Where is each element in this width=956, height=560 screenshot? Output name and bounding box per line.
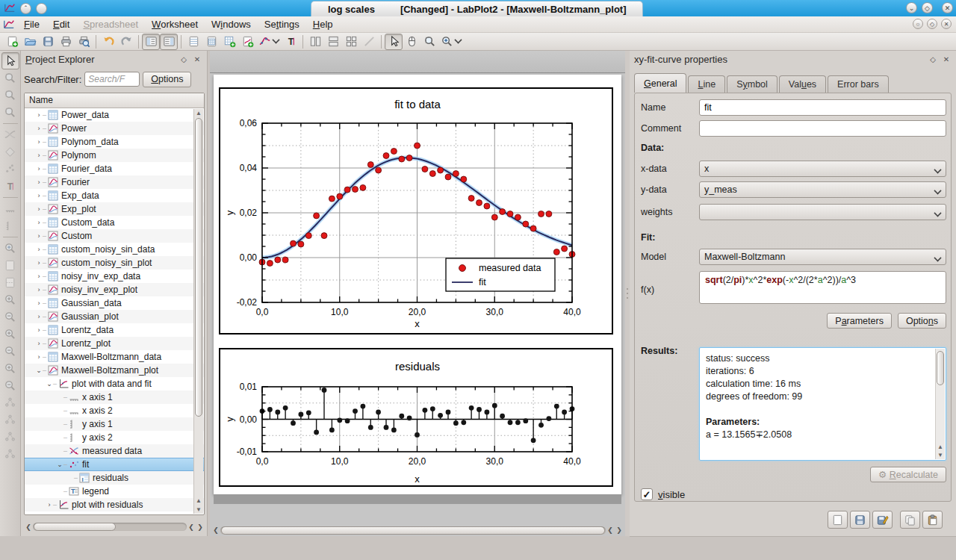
results-text[interactable]: status: successiterations: 6calculation … [699,347,946,461]
expand-icon[interactable]: › [35,259,43,267]
curve-button[interactable] [256,34,282,50]
x-data-select[interactable]: x [699,161,946,177]
tree-item-polynom[interactable]: ›–Polynom [25,149,204,162]
tab-general[interactable]: General [634,73,686,93]
new-project-button[interactable] [3,34,21,50]
menu-help[interactable]: Help [306,17,340,31]
save-button[interactable] [39,34,57,50]
tree-item-power-data[interactable]: ›–Power_data [25,108,204,122]
tree-item-exp-data[interactable]: ›–Exp_data [25,189,204,202]
menu-worksheet[interactable]: Worksheet [145,17,205,31]
worksheet-page[interactable]: 0,010,020,030,040,0-0,020,000,020,040,06… [214,75,621,494]
tree-horizontal-scrollbar[interactable]: ❮ ❮❯ [24,521,205,532]
options-button[interactable]: Options [143,72,191,87]
worksheet-horizontal-scrollbar[interactable]: ❮ ❮❯ [211,524,624,536]
scroll-up-icon[interactable]: ▲ [194,109,203,117]
expand-icon[interactable]: › [35,152,43,159]
cursor-button[interactable] [1,52,19,69]
expand-icon[interactable]: › [35,205,43,213]
save-template-button[interactable] [850,511,870,529]
maximize-button[interactable]: ◇ [922,2,933,13]
menu-file[interactable]: File [17,17,46,31]
workbook-button[interactable] [184,34,202,50]
shade-window-button[interactable]: ˆ [20,3,31,14]
tree-item-gaussian-data[interactable]: ›–Gaussian_data [25,296,204,310]
tree-item-plot-with-residuals[interactable]: ›–plot with residuals [25,498,204,511]
scroll-down-icon[interactable]: ▼ [194,505,203,514]
paste-properties-button[interactable] [922,511,943,529]
mdi-restore-button[interactable]: ○ [913,19,923,29]
panel-b-button[interactable] [160,34,178,50]
collapse-icon[interactable]: ⌄ [35,367,43,374]
expand-icon[interactable]: › [35,165,43,172]
tree-item-y-axis-2[interactable]: –y axis 2 [25,431,204,444]
results-scrollbar[interactable]: ▲ ▼ [935,349,945,459]
spreadsheet-new-button[interactable] [202,34,220,50]
tree-item-noisy-inv-exp-plot[interactable]: ›–noisy_inv_exp_plot [25,283,204,296]
collapse-icon[interactable]: ⌄ [46,380,53,388]
panel-a-button[interactable] [142,34,160,50]
tree-item-x-axis-2[interactable]: –x axis 2 [25,404,204,417]
expand-icon[interactable]: › [35,273,43,280]
zoom-sel-button[interactable] [420,34,438,50]
expand-icon[interactable]: › [35,313,43,320]
menu-edit[interactable]: Edit [46,17,76,31]
close-dock-icon[interactable]: ✕ [941,54,952,64]
tab-error-bars[interactable]: Error bars [828,75,889,93]
expand-icon[interactable]: › [35,192,43,199]
tree-item-lorentz-plot[interactable]: ›–Lorentz_plot [25,337,204,350]
fit-plot[interactable]: 0,010,020,030,040,0-0,020,000,020,040,06… [219,87,613,335]
tab-symbol[interactable]: Symbol [727,75,777,93]
expand-icon[interactable]: › [35,138,43,146]
worksheet-tab-label[interactable]: log scales [328,4,375,15]
parameters-button[interactable]: Parameters [827,313,892,329]
expand-icon[interactable]: › [35,286,43,293]
expand-icon[interactable]: › [35,340,43,347]
tree-item-measured-data[interactable]: –measured data [25,444,204,458]
mdi-close-button[interactable]: ✕ [941,19,952,29]
mouse-button[interactable] [403,34,420,50]
undo-button[interactable] [99,34,117,50]
y-data-select[interactable]: y_meas [699,181,946,198]
expand-icon[interactable]: › [46,501,53,508]
collapse-icon[interactable]: ⌄ [56,461,63,468]
load-template-button[interactable] [828,511,848,529]
expand-icon[interactable]: › [35,232,43,240]
expand-icon[interactable]: › [35,178,43,186]
expand-icon[interactable]: › [35,246,43,253]
close-button[interactable]: ✕ [942,2,953,13]
tab-values[interactable]: Values [779,75,826,93]
mdi-maximize-button[interactable]: ◇ [927,19,937,29]
tree-item-fourier[interactable]: ›–Fourier [25,175,204,189]
tree-column-header[interactable]: Name [25,93,204,108]
tree-item-power[interactable]: ›–Power [25,122,204,135]
residuals-plot[interactable]: 0,010,020,030,040,0-0,010,000,01xyresidu… [219,348,613,487]
minimize-button[interactable]: ⌄ [906,2,917,13]
tree-item-custom[interactable]: ›–Custom [25,229,204,243]
lay-grid-button[interactable] [342,34,360,50]
tree-item-y-axis-1[interactable]: –y axis 1 [25,417,204,431]
scroll-up-icon[interactable]: ▲ [936,443,945,451]
tree-item-gaussian-plot[interactable]: ›–Gaussian_plot [25,310,204,323]
float-dock-icon[interactable]: ◇ [928,54,938,64]
scroll-up2-icon[interactable]: ▲ [194,497,203,505]
tree-item-plot-with-data-and-fit[interactable]: ⌄–plot with data and fit [25,377,204,391]
search-input[interactable] [84,72,140,87]
tree-item-custom-noisy-sin-data[interactable]: ›–custom_noisy_sin_data [25,243,204,256]
close-dock-icon[interactable]: ✕ [192,54,202,64]
redo-button[interactable] [117,34,135,50]
tree-item-noisy-inv-exp-data[interactable]: ›–noisy_inv_exp_data [25,270,204,283]
pin-window-button[interactable] [36,3,47,14]
tree-item-residuals[interactable]: –Iresiduals [25,471,204,485]
expand-icon[interactable]: › [35,326,43,334]
tree-item-polynom-data[interactable]: ›–Polynom_data [25,135,204,149]
tree-item-custom-data[interactable]: ›–Custom_data [25,216,204,229]
expand-icon[interactable]: › [35,219,43,226]
float-dock-icon[interactable]: ◇ [179,54,189,64]
tree-item-fourier-data[interactable]: ›–Fourier_data [25,162,204,175]
expand-icon[interactable]: › [35,299,43,307]
window-title-tab[interactable]: log scales [Changed] - LabPlot2 - [Maxwe… [311,1,643,16]
expand-icon[interactable]: › [35,125,43,132]
menu-settings[interactable]: Settings [258,17,306,31]
matrix-button[interactable] [220,34,238,50]
